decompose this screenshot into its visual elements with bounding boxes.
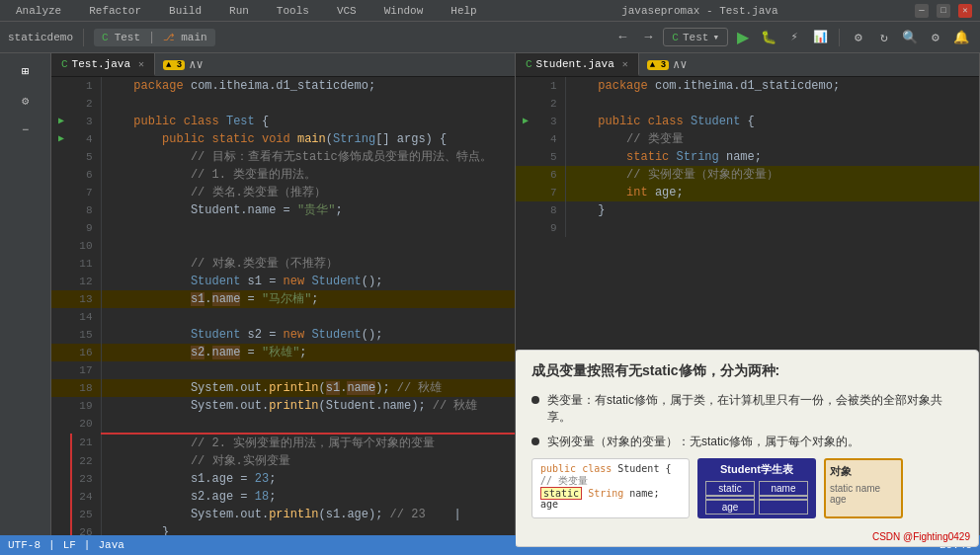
line-content-17[interactable]	[101, 361, 515, 379]
line-content-16[interactable]: s2.name = "秋雄";	[101, 344, 515, 361]
line-num-9: 9	[71, 219, 101, 237]
close-button[interactable]: ✕	[958, 4, 972, 18]
line-content-24[interactable]: s2.age = 18;	[101, 488, 515, 506]
run-section: ← → C Test ▾ ▶ 🐛 ⚡ 📊 ⚙ ↻ 🔍 ⚙ 🔔	[612, 27, 972, 48]
run-button[interactable]: ▶	[732, 27, 754, 48]
line-content-r7[interactable]: int age;	[565, 184, 979, 201]
menu-help[interactable]: Help	[443, 3, 484, 19]
tab-branch-label[interactable]: main	[181, 32, 206, 43]
line-content-r6[interactable]: // 实例变量（对象的变量）	[565, 166, 979, 184]
run-config[interactable]: C Test ▾	[663, 28, 728, 46]
info-panel: 成员变量按照有无static修饰，分为两种: 类变量：有static修饰，属于类…	[516, 350, 979, 547]
toolbar: staticdemo C Test | ⎇ main ← → C Test ▾ …	[0, 22, 980, 53]
coverage-button[interactable]: ⚡	[783, 27, 805, 48]
info-panel-bottom: public class Student { // 类变量 static Str…	[531, 458, 962, 518]
search-button[interactable]: 🔍	[899, 27, 921, 48]
line-content-25[interactable]: System.out.println(s1.age); // 23 |	[101, 506, 515, 523]
right-scroll-up[interactable]: ∧	[673, 57, 680, 72]
menu-build[interactable]: Build	[161, 3, 209, 19]
line-content-6[interactable]: // 1. 类变量的用法。	[101, 166, 515, 184]
line-content-13[interactable]: s1.name = "马尔楠";	[101, 290, 515, 308]
line-content-1[interactable]: package com.itheima.d1_staticdemo;	[101, 77, 515, 95]
gutter-4[interactable]: ▶	[51, 130, 71, 148]
line-content-22[interactable]: // 对象.实例变量	[101, 452, 515, 470]
menu-tools[interactable]: Tools	[269, 3, 317, 19]
title-bar-buttons: ─ □ ✕	[915, 4, 972, 18]
gutter-r4	[516, 130, 535, 148]
right-scroll-down[interactable]: ∨	[680, 57, 687, 72]
menu-window[interactable]: Window	[376, 3, 432, 19]
line-content-5[interactable]: // 目标：查看有无static修饰成员变量的用法、特点。	[101, 148, 515, 166]
git-button[interactable]: ⚙	[848, 27, 869, 48]
line-content-8[interactable]: Student.name = "贵华";	[101, 201, 515, 219]
line-content-14[interactable]	[101, 308, 515, 326]
tab-test-java-close[interactable]: ✕	[138, 58, 144, 70]
table-row: 23 s1.age = 23;	[51, 470, 515, 488]
line-content-r8[interactable]: }	[565, 201, 979, 219]
line-content-r3[interactable]: public class Student {	[565, 113, 979, 130]
line-content-r9[interactable]	[565, 219, 979, 237]
settings-button[interactable]: ⚙	[925, 27, 946, 48]
line-content-12[interactable]: Student s1 = new Student();	[101, 273, 515, 290]
line-content-2[interactable]	[101, 95, 515, 113]
tab-test-label[interactable]: Test	[115, 32, 140, 43]
line-content-15[interactable]: Student s2 = new Student();	[101, 326, 515, 344]
line-content-r2[interactable]	[565, 95, 979, 113]
line-content-r1[interactable]: package com.itheima.d1_staticdemo;	[565, 77, 979, 95]
line-num-6: 6	[71, 166, 101, 184]
right-code-area[interactable]: 1 package com.itheima.d1_staticdemo; 2 ▶…	[516, 77, 979, 555]
back-button[interactable]: ←	[612, 27, 633, 48]
line-content-r5[interactable]: static String name;	[565, 148, 979, 166]
sidebar-item-structure[interactable]: ⊞	[8, 57, 43, 85]
line-content-9[interactable]	[101, 219, 515, 237]
line-content-r4[interactable]: // 类变量	[565, 130, 979, 148]
forward-button[interactable]: →	[637, 27, 659, 48]
sidebar-item-minus[interactable]: −	[8, 117, 43, 144]
line-num-23: 23	[71, 470, 101, 488]
tab-student-java-close[interactable]: ✕	[622, 58, 628, 70]
maximize-button[interactable]: □	[937, 4, 950, 18]
tab-test-java[interactable]: C Test.java ✕	[51, 53, 155, 76]
profile-button[interactable]: 📊	[809, 27, 831, 48]
line-num-5: 5	[71, 148, 101, 166]
line-content-10[interactable]	[101, 237, 515, 255]
line-content-3[interactable]: public class Test {	[101, 113, 515, 130]
gutter-21	[51, 434, 71, 452]
student-table: Student学生表 static name age	[697, 458, 816, 518]
line-num-r5: 5	[535, 148, 565, 166]
menu-vcs[interactable]: VCS	[329, 3, 365, 19]
update-button[interactable]: ↻	[873, 27, 895, 48]
line-content-18[interactable]: System.out.println(s1.name); // 秋雄	[101, 379, 515, 397]
gutter-13	[51, 290, 71, 308]
gutter-6	[51, 166, 71, 184]
left-editor-tab-bar: C Test.java ✕ ▲ 3 ∧ ∨	[51, 53, 515, 77]
gutter-r3[interactable]: ▶	[516, 113, 535, 130]
line-content-23[interactable]: s1.age = 23;	[101, 470, 515, 488]
menu-run[interactable]: Run	[221, 3, 257, 19]
table-row: 22 // 对象.实例变量	[51, 452, 515, 470]
left-scroll-up[interactable]: ∧	[189, 57, 196, 72]
gutter-3[interactable]: ▶	[51, 113, 71, 130]
line-content-11[interactable]: // 对象.类变量（不推荐）	[101, 255, 515, 273]
menu-analyze[interactable]: Analyze	[8, 3, 69, 19]
line-content-4[interactable]: public static void main(String[] args) {	[101, 130, 515, 148]
gutter-12	[51, 273, 71, 290]
debug-button[interactable]: 🐛	[758, 27, 779, 48]
table-row: 9	[516, 219, 979, 237]
line-content-19[interactable]: System.out.println(Student.name); // 秋雄	[101, 397, 515, 415]
tab-student-java[interactable]: C Student.java ✕	[516, 53, 639, 76]
notifications-button[interactable]: 🔔	[950, 27, 972, 48]
table-row: 8 Student.name = "贵华";	[51, 201, 515, 219]
line-content-7[interactable]: // 类名.类变量（推荐）	[101, 184, 515, 201]
minimize-button[interactable]: ─	[915, 4, 929, 18]
left-code-area[interactable]: 1 package com.itheima.d1_staticdemo; 2 ▶…	[51, 77, 515, 555]
title-filename: javasepromax - Test.java	[621, 5, 777, 17]
gutter-r2	[516, 95, 535, 113]
menu-refactor[interactable]: Refactor	[81, 3, 149, 19]
line-content-21[interactable]: // 2. 实例变量的用法，属于每个对象的变量	[101, 434, 515, 452]
line-content-20[interactable]	[101, 415, 515, 434]
left-scroll-down[interactable]: ∨	[197, 57, 204, 72]
sidebar-item-settings[interactable]: ⚙	[8, 87, 43, 115]
line-num-1: 1	[71, 77, 101, 95]
snippet-line-5: age	[540, 499, 681, 510]
